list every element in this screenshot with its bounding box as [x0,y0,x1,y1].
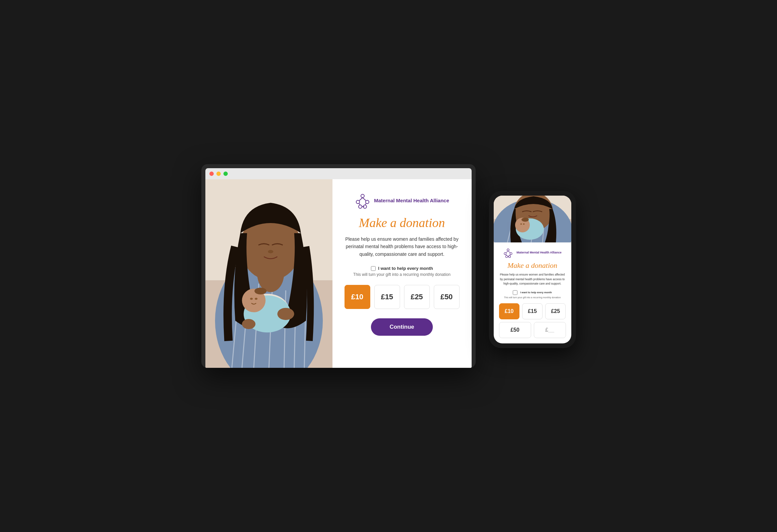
amount-button-15[interactable]: £15 [374,285,400,309]
laptop-screen: Maternal Mental Health Alliance Make a d… [205,179,472,368]
svg-line-28 [359,203,360,205]
amount-button-50[interactable]: £50 [434,285,460,309]
phone-amount-button-25[interactable]: £25 [545,303,566,319]
monthly-label[interactable]: I want to help every month [378,266,433,271]
amount-button-10[interactable]: £10 [345,285,370,309]
donation-description: Please help us ensure women and families… [345,235,459,258]
phone-screen: Maternal Mental Health Alliance Make a d… [494,196,571,343]
donation-title: Make a donation [359,215,445,230]
phone-amount-custom[interactable]: £__ [534,322,566,338]
svg-point-17 [255,298,257,300]
org-name-text: Maternal Mental Health Alliance [374,197,449,204]
phone-org-logo: Maternal Mental Health Alliance [503,248,562,258]
phone-amount-button-50[interactable]: £50 [499,322,531,338]
svg-line-26 [359,198,363,201]
svg-point-24 [359,205,362,208]
phone-monthly-sub: This will turn your gift into a recurrin… [504,296,561,299]
svg-point-22 [356,200,360,204]
phone-monthly-checkbox-row: I want to help every month [513,290,552,295]
phone-mmha-logo-icon [503,248,513,258]
phone-donation-description: Please help us ensure women and families… [499,273,566,286]
phone-amount-grid-row1: £10 £15 £25 [499,303,566,319]
traffic-light-yellow[interactable] [216,172,221,176]
amount-grid: £10 £15 £25 £50 [345,285,460,309]
svg-point-45 [507,249,509,251]
svg-point-23 [366,200,369,204]
monthly-checkbox[interactable] [371,266,376,271]
svg-line-53 [510,254,511,255]
svg-line-27 [363,198,366,201]
phone-amount-button-15[interactable]: £15 [522,303,543,319]
svg-point-20 [254,288,266,294]
phone-amount-grid-row2: £50 £__ [499,322,566,338]
svg-point-46 [504,252,506,254]
svg-point-16 [250,298,253,300]
monthly-sub-text: This will turn your gift into a recurrin… [353,272,451,277]
svg-point-43 [523,223,524,225]
laptop-form-panel: Maternal Mental Health Alliance Make a d… [332,179,472,368]
svg-point-12 [268,250,273,253]
svg-line-52 [506,254,507,255]
phone-hero-photo [494,196,571,242]
svg-point-42 [520,223,522,225]
laptop-device: Maternal Mental Health Alliance Make a d… [201,164,476,368]
laptop-hero-photo [205,179,332,368]
continue-button[interactable]: Continue [371,318,433,336]
amount-button-25[interactable]: £25 [404,285,430,309]
svg-point-19 [242,319,255,329]
traffic-light-red[interactable] [209,172,214,176]
svg-point-47 [510,252,512,254]
svg-line-51 [508,251,510,253]
mmha-logo-icon [355,193,371,209]
svg-line-50 [506,251,508,253]
svg-point-44 [521,218,529,222]
traffic-light-green[interactable] [223,172,228,176]
monthly-checkbox-row: I want to help every month [371,266,433,271]
phone-org-name-text: Maternal Mental Health Alliance [516,251,562,255]
phone-form-panel: Maternal Mental Health Alliance Make a d… [494,242,571,343]
org-logo: Maternal Mental Health Alliance [355,193,449,209]
phone-donation-title: Make a donation [507,261,557,270]
laptop-top-bar [205,168,472,179]
phone-monthly-checkbox[interactable] [513,290,517,295]
phone-amount-button-10[interactable]: £10 [499,303,519,319]
scene: Maternal Mental Health Alliance Make a d… [201,164,576,368]
svg-point-48 [506,255,508,257]
svg-point-21 [361,194,364,198]
svg-line-29 [365,203,366,205]
phone-device: Maternal Mental Health Alliance Make a d… [489,191,576,348]
phone-monthly-label[interactable]: I want to help every month [520,291,552,294]
svg-point-18 [277,308,294,320]
